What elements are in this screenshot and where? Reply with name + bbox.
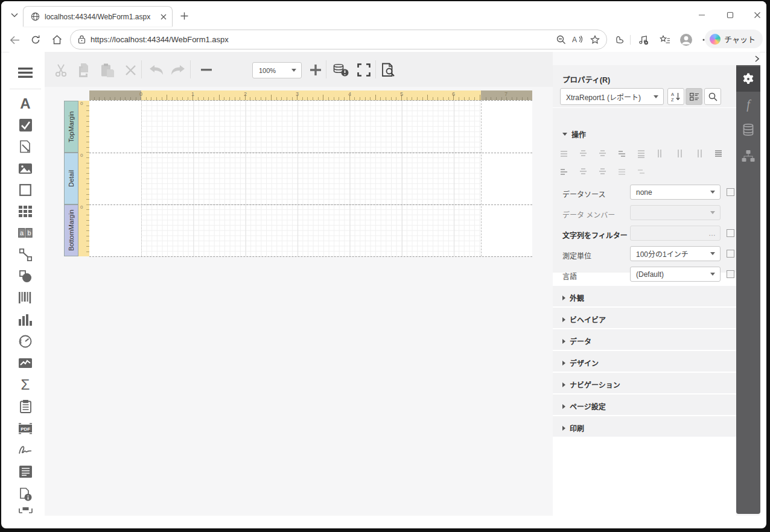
- checkbox-tool-icon[interactable]: [18, 117, 33, 133]
- operation-icon[interactable]: [618, 150, 626, 157]
- band-header-bottommargin[interactable]: BottomMargin: [64, 204, 78, 256]
- operation-icon[interactable]: [599, 168, 606, 176]
- section-appearance[interactable]: 外観: [553, 286, 736, 306]
- sort-az-button[interactable]: A Z: [667, 88, 684, 105]
- chart-tool-icon[interactable]: [18, 312, 33, 328]
- fullscreen-icon[interactable]: [356, 62, 372, 78]
- section-print[interactable]: 印刷: [553, 416, 736, 437]
- url-text[interactable]: https://localhost:44344/WebForm1.aspx: [91, 35, 553, 44]
- menu-icon[interactable]: [18, 65, 33, 80]
- zoom-out-page-icon[interactable]: [553, 35, 569, 45]
- line-tool-icon[interactable]: [18, 247, 33, 262]
- report-element-select[interactable]: XtraReport1 (レポート): [560, 88, 664, 105]
- back-icon[interactable]: [7, 33, 22, 47]
- operation-icon[interactable]: [695, 150, 703, 157]
- band-separator[interactable]: [89, 100, 532, 101]
- tab-search-chevron-icon[interactable]: [7, 8, 22, 22]
- new-tab-icon[interactable]: [177, 9, 191, 22]
- barcode-tool-icon[interactable]: [18, 290, 33, 305]
- band-header-topmargin[interactable]: TopMargin: [64, 101, 78, 153]
- section-actions[interactable]: 操作: [562, 129, 586, 139]
- band-header-detail[interactable]: Detail: [64, 153, 78, 204]
- zoom-out-icon[interactable]: [199, 62, 214, 78]
- operation-icon[interactable]: [714, 150, 722, 157]
- sparkline-tool-icon[interactable]: [18, 355, 33, 371]
- home-icon[interactable]: [49, 33, 64, 47]
- copilot-chat-button[interactable]: チャット: [705, 30, 763, 48]
- character-comb-tool-icon[interactable]: a b: [18, 225, 33, 241]
- section-page-settings[interactable]: ページ設定: [553, 394, 736, 415]
- label-tool-icon[interactable]: A: [18, 96, 33, 112]
- tab-field-list[interactable]: [736, 117, 760, 142]
- undo-icon[interactable]: [148, 62, 164, 78]
- filterstring-field[interactable]: …: [630, 226, 721, 241]
- page-info-tool-icon[interactable]: f: [18, 486, 33, 502]
- richtext-tool-icon[interactable]: [18, 139, 33, 154]
- band-separator[interactable]: [89, 153, 532, 153]
- operation-icon[interactable]: [579, 168, 587, 176]
- address-bar[interactable]: https://localhost:44344/WebForm1.aspx A: [70, 30, 607, 49]
- profile-avatar[interactable]: [678, 32, 694, 48]
- section-data[interactable]: データ: [553, 329, 736, 350]
- browser-tab[interactable]: localhost:44344/WebForm1.aspx: [23, 6, 173, 27]
- gauge-tool-icon[interactable]: [18, 334, 33, 349]
- refresh-icon[interactable]: [28, 33, 43, 47]
- panel-tool-icon[interactable]: [18, 182, 33, 198]
- datasource-checkbox[interactable]: [727, 188, 734, 196]
- datasource-select[interactable]: none: [630, 185, 721, 200]
- operation-icon[interactable]: [637, 150, 645, 157]
- collections-icon[interactable]: [658, 33, 672, 47]
- operation-icon[interactable]: [676, 150, 684, 157]
- pivot-grid-tool-icon[interactable]: [18, 399, 33, 414]
- section-behavior[interactable]: ビヘイビア: [553, 308, 736, 328]
- operation-icon[interactable]: [637, 168, 645, 176]
- close-button[interactable]: [748, 7, 766, 23]
- band-separator[interactable]: [89, 204, 532, 205]
- redo-icon[interactable]: [170, 62, 186, 78]
- datamember-select[interactable]: [630, 205, 721, 220]
- language-checkbox[interactable]: [727, 270, 734, 278]
- paste-icon[interactable]: [100, 62, 115, 78]
- page-break-tool-icon[interactable]: [18, 507, 33, 516]
- maximize-button[interactable]: [721, 7, 739, 23]
- section-design[interactable]: デザイン: [553, 351, 736, 372]
- zoom-select[interactable]: 100%: [252, 62, 302, 78]
- tab-expressions-fx[interactable]: f: [736, 92, 760, 117]
- media-controls-icon[interactable]: [636, 33, 651, 47]
- search-properties-button[interactable]: [704, 88, 721, 105]
- signature-tool-icon[interactable]: [18, 442, 33, 458]
- pdf-content-tool-icon[interactable]: PDF: [18, 420, 33, 436]
- section-navigation[interactable]: ナビゲーション: [553, 373, 736, 393]
- summary-tool-icon[interactable]: Σ: [18, 377, 33, 393]
- margin-line-right[interactable]: [481, 100, 482, 256]
- operation-icon[interactable]: [560, 150, 568, 157]
- shape-tool-icon[interactable]: [18, 268, 33, 284]
- hruler-left-margin[interactable]: [89, 90, 141, 100]
- operation-icon[interactable]: [618, 168, 626, 176]
- browser-essentials-icon[interactable]: [612, 33, 626, 47]
- ellipsis-icon[interactable]: …: [708, 229, 716, 238]
- cut-icon[interactable]: [53, 62, 69, 78]
- operation-icon[interactable]: [657, 150, 664, 157]
- band-separator[interactable]: [89, 256, 532, 257]
- operation-icon[interactable]: [560, 168, 568, 176]
- tab-report-explorer[interactable]: [736, 144, 760, 169]
- copy-icon[interactable]: [76, 62, 92, 78]
- minimize-button[interactable]: [693, 7, 711, 23]
- preview-icon[interactable]: [380, 62, 396, 78]
- lock-icon[interactable]: [78, 35, 86, 44]
- tab-properties-gear[interactable]: [736, 66, 760, 92]
- zoom-in-icon[interactable]: [308, 62, 323, 78]
- operation-icon[interactable]: [599, 150, 606, 157]
- language-select[interactable]: (Default): [630, 267, 721, 282]
- design-surface[interactable]: 0 1 2 3 4 5 6 7 TopMargin Detail: [45, 87, 553, 516]
- table-tool-icon[interactable]: [18, 203, 33, 219]
- picture-tool-icon[interactable]: [18, 160, 33, 176]
- read-aloud-icon[interactable]: A: [569, 35, 586, 44]
- delete-icon[interactable]: [122, 62, 138, 78]
- validate-bindings-icon[interactable]: [333, 62, 349, 78]
- measureunits-checkbox[interactable]: [727, 250, 734, 258]
- filterstring-checkbox[interactable]: [727, 229, 734, 237]
- favorite-star-icon[interactable]: [586, 35, 604, 45]
- tab-close-icon[interactable]: [161, 14, 167, 20]
